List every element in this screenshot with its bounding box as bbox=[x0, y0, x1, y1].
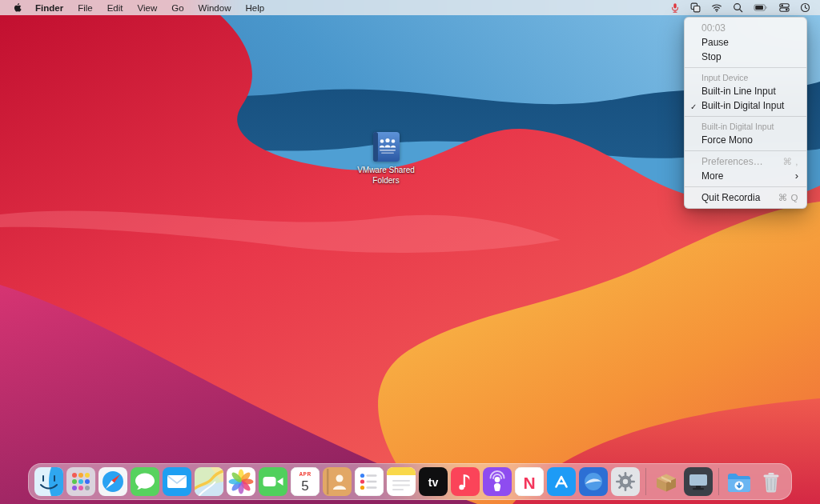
clock-icon[interactable] bbox=[800, 2, 810, 13]
stop-label: Stop bbox=[701, 51, 722, 62]
force-mono-label: Force Mono bbox=[701, 134, 753, 146]
installer-package-icon[interactable] bbox=[652, 467, 681, 496]
quit-shortcut: ⌘ Q bbox=[778, 192, 798, 203]
news-icon[interactable]: N bbox=[515, 467, 544, 496]
svg-text:N: N bbox=[523, 474, 535, 492]
vmware-shared-folders-icon[interactable]: VMware Shared Folders bbox=[357, 130, 415, 186]
menu-item-pause[interactable]: Pause bbox=[685, 35, 806, 50]
menu-item-preferences: Preferences… ⌘ , bbox=[685, 154, 806, 169]
menu-separator bbox=[685, 186, 806, 187]
digital-input-label: Built-in Digital Input bbox=[701, 100, 784, 111]
more-label: More bbox=[701, 170, 723, 182]
preferences-shortcut: ⌘ , bbox=[783, 156, 798, 167]
blue-app-icon[interactable] bbox=[579, 467, 608, 496]
spotlight-icon[interactable] bbox=[733, 2, 743, 13]
safari-icon[interactable] bbox=[98, 467, 127, 496]
menu-view[interactable]: View bbox=[131, 3, 165, 13]
launchpad-icon[interactable] bbox=[66, 467, 95, 496]
podcasts-icon[interactable] bbox=[483, 467, 512, 496]
battery-icon[interactable] bbox=[754, 2, 769, 13]
shared-folder-drive-icon bbox=[368, 130, 404, 164]
dock-separator bbox=[645, 468, 646, 495]
preferences-label: Preferences… bbox=[701, 156, 763, 167]
maps-icon[interactable] bbox=[195, 467, 223, 496]
reminders-icon[interactable] bbox=[355, 467, 384, 496]
menu-header-input-device: Input Device bbox=[685, 71, 806, 84]
dock-separator bbox=[718, 468, 719, 495]
trash-icon[interactable] bbox=[757, 467, 786, 496]
pause-label: Pause bbox=[701, 37, 729, 48]
notes-icon[interactable] bbox=[387, 467, 416, 496]
downloads-folder-icon[interactable] bbox=[725, 467, 754, 496]
menu-separator bbox=[685, 116, 806, 117]
desktop-icon-label: VMware Shared Folders bbox=[357, 166, 415, 186]
quit-label: Quit Recordia bbox=[701, 192, 760, 203]
line-input-label: Built-in Line Input bbox=[701, 86, 776, 97]
app-store-icon[interactable] bbox=[547, 467, 576, 496]
apple-menu[interactable] bbox=[6, 2, 28, 13]
recordia-menu: 00:03 Pause Stop Input Device Built-in L… bbox=[684, 17, 807, 209]
menu-file[interactable]: File bbox=[70, 3, 100, 13]
menu-window[interactable]: Window bbox=[191, 3, 239, 13]
checkmark-icon: ✓ bbox=[690, 102, 697, 113]
utility-app-icon[interactable] bbox=[684, 467, 713, 496]
menu-separator bbox=[685, 67, 806, 68]
displays-icon[interactable] bbox=[690, 2, 701, 13]
dock: APR 5 bbox=[28, 463, 792, 500]
menu-item-builtin-digital-input[interactable]: ✓ Built-in Digital Input bbox=[685, 98, 806, 113]
apple-tv-icon[interactable]: tv bbox=[419, 467, 448, 496]
recording-timer: 00:03 bbox=[701, 22, 726, 34]
svg-text:tv: tv bbox=[428, 476, 439, 489]
contacts-icon[interactable] bbox=[323, 467, 352, 496]
menu-item-force-mono[interactable]: Force Mono bbox=[685, 133, 806, 147]
photos-icon[interactable] bbox=[227, 467, 255, 496]
svg-text:APR: APR bbox=[299, 471, 311, 477]
app-menu-finder[interactable]: Finder bbox=[28, 3, 70, 13]
menu-help[interactable]: Help bbox=[238, 3, 271, 13]
menu-bar-left: Finder File Edit View Go Window Help bbox=[6, 2, 271, 13]
finder-icon[interactable] bbox=[34, 467, 63, 496]
facetime-icon[interactable] bbox=[259, 467, 287, 496]
menu-edit[interactable]: Edit bbox=[100, 3, 131, 13]
menu-go[interactable]: Go bbox=[164, 3, 191, 13]
mail-icon[interactable] bbox=[163, 467, 191, 496]
messages-icon[interactable] bbox=[131, 467, 159, 496]
microphone-icon[interactable] bbox=[670, 2, 680, 14]
control-center-icon[interactable] bbox=[779, 2, 790, 13]
music-icon[interactable] bbox=[451, 467, 480, 496]
menu-item-builtin-line-input[interactable]: Built-in Line Input bbox=[685, 84, 806, 98]
apple-icon bbox=[13, 2, 22, 13]
menu-header-builtin-digital-input: Built-in Digital Input bbox=[685, 120, 806, 133]
svg-text:5: 5 bbox=[301, 478, 308, 494]
chevron-right-icon: › bbox=[795, 172, 798, 180]
menu-bar: Finder File Edit View Go Window Help bbox=[0, 0, 820, 15]
menu-item-stop[interactable]: Stop bbox=[685, 50, 806, 64]
menu-item-timer: 00:03 bbox=[685, 21, 806, 35]
menu-item-quit-recordia[interactable]: Quit Recordia ⌘ Q bbox=[685, 190, 806, 205]
menu-item-more[interactable]: More › bbox=[685, 169, 806, 183]
system-preferences-icon[interactable] bbox=[611, 467, 640, 496]
menu-bar-status-area bbox=[670, 2, 814, 14]
wifi-icon[interactable] bbox=[711, 2, 722, 13]
menu-separator bbox=[685, 150, 806, 151]
calendar-icon[interactable]: APR 5 bbox=[291, 467, 320, 496]
